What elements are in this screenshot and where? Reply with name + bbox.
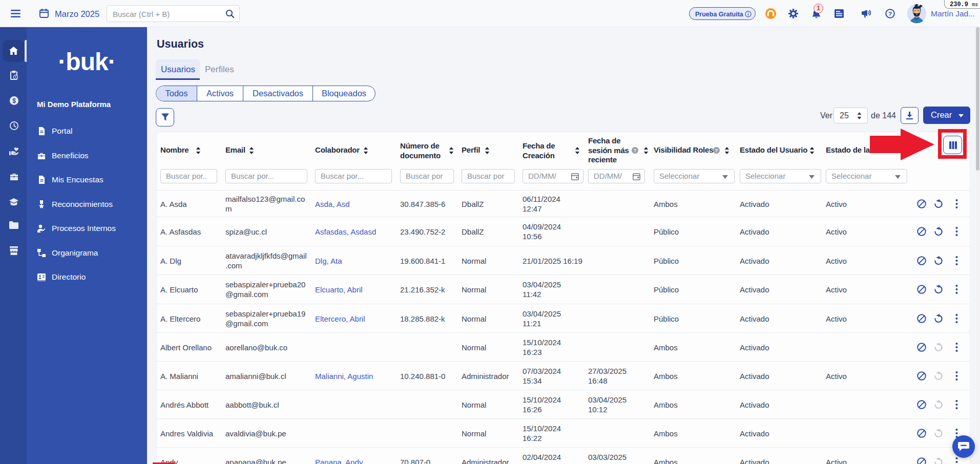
svg-text:$: $: [12, 97, 16, 104]
svg-text:?: ?: [888, 11, 892, 17]
